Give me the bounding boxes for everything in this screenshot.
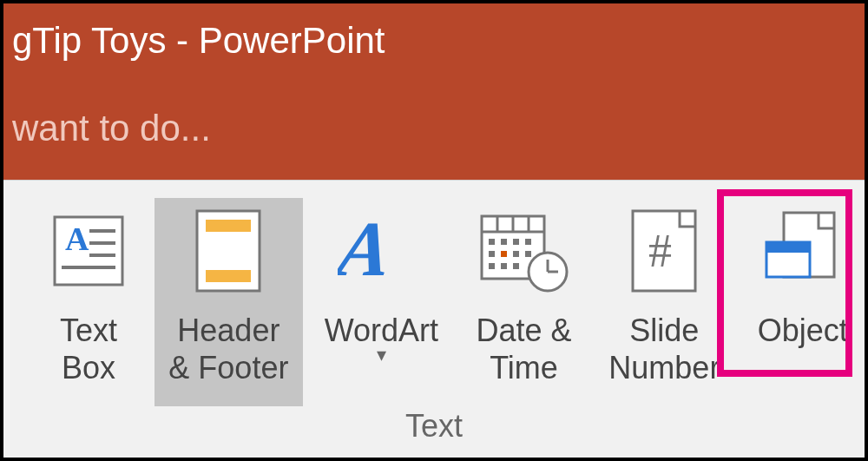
object-icon xyxy=(751,203,855,299)
svg-rect-21 xyxy=(525,251,531,257)
ribbon-group-label: Text xyxy=(3,408,865,445)
text-box-button[interactable]: A Text Box xyxy=(31,198,146,406)
text-box-label: Text Box xyxy=(60,312,117,386)
svg-rect-16 xyxy=(501,239,507,245)
svg-rect-20 xyxy=(513,251,519,257)
header-footer-button[interactable]: Header & Footer xyxy=(155,198,303,406)
ribbon-text-group: A Text Box Header & Footer xyxy=(3,180,865,461)
wordart-icon: A xyxy=(329,203,433,299)
svg-rect-24 xyxy=(513,263,519,269)
object-button[interactable]: Object xyxy=(741,198,865,406)
text-box-icon: A xyxy=(36,203,141,299)
wordart-button[interactable]: A WordArt ▾ xyxy=(312,198,451,406)
date-time-button[interactable]: Date & Time xyxy=(460,198,588,406)
slide-number-label: Slide Number xyxy=(608,312,720,386)
tell-me-area[interactable]: want to do... xyxy=(3,77,865,180)
date-time-icon xyxy=(472,203,576,299)
header-footer-icon xyxy=(176,203,280,299)
svg-text:A: A xyxy=(65,221,89,257)
svg-rect-8 xyxy=(206,270,251,282)
svg-rect-19 xyxy=(489,251,495,257)
svg-rect-25 xyxy=(501,251,507,257)
svg-text:#: # xyxy=(648,225,672,277)
date-time-label: Date & Time xyxy=(477,312,572,386)
svg-rect-17 xyxy=(513,239,519,245)
svg-rect-22 xyxy=(489,263,495,269)
svg-rect-33 xyxy=(766,242,810,253)
title-bar: gTip Toys - PowerPoint xyxy=(3,3,865,77)
object-label: Object xyxy=(758,312,848,349)
svg-text:A: A xyxy=(338,207,397,293)
svg-rect-23 xyxy=(501,263,507,269)
tell-me-placeholder: want to do... xyxy=(12,108,211,149)
slide-number-button[interactable]: # Slide Number xyxy=(596,198,733,406)
slide-number-icon: # xyxy=(612,203,716,299)
svg-rect-18 xyxy=(525,239,531,245)
title-text: gTip Toys - PowerPoint xyxy=(12,20,385,62)
svg-rect-15 xyxy=(489,239,495,245)
wordart-dropdown-icon: ▾ xyxy=(377,344,386,366)
header-footer-label: Header & Footer xyxy=(168,312,288,386)
svg-rect-7 xyxy=(206,220,251,232)
